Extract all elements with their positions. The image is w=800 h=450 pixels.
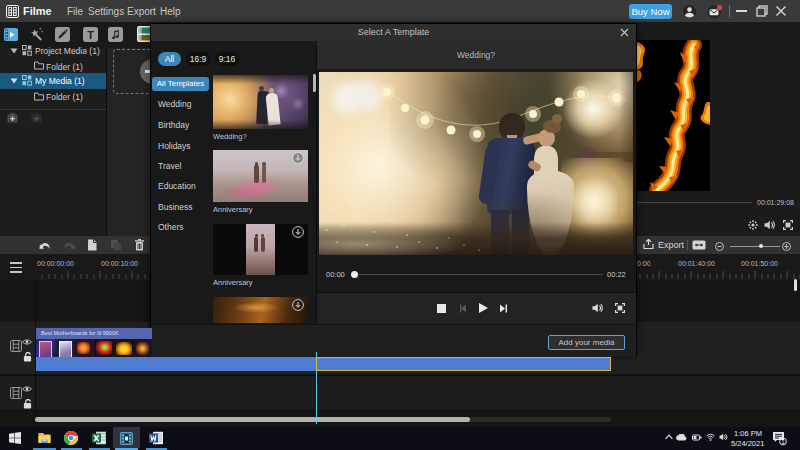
svg-text:T: T bbox=[87, 29, 94, 41]
svg-text:1: 1 bbox=[781, 439, 784, 445]
